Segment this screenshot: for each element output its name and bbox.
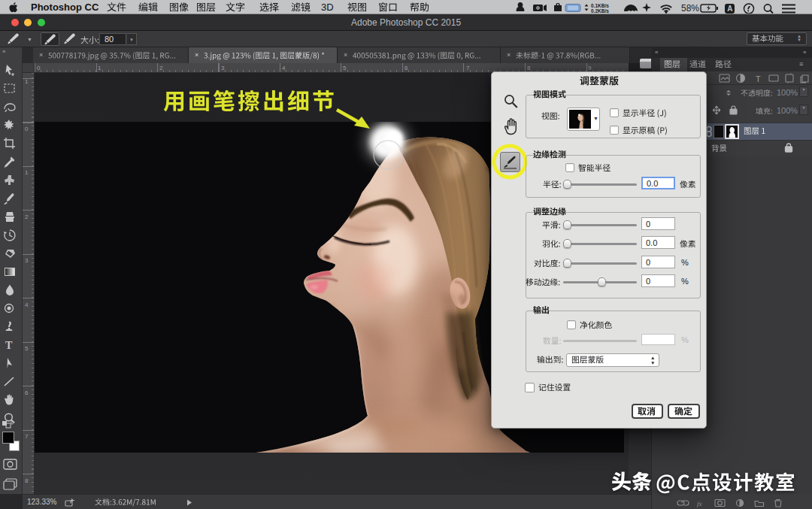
svg-text:A: A: [727, 5, 732, 13]
svg-text:fx: fx: [697, 500, 702, 507]
svg-text:58%: 58%: [681, 3, 699, 14]
svg-text:T: T: [5, 340, 13, 351]
svg-text:0.2KB/s: 0.2KB/s: [591, 8, 609, 14]
svg-text:0.1KB/s: 0.1KB/s: [591, 3, 609, 8]
svg-text:T: T: [756, 74, 761, 83]
